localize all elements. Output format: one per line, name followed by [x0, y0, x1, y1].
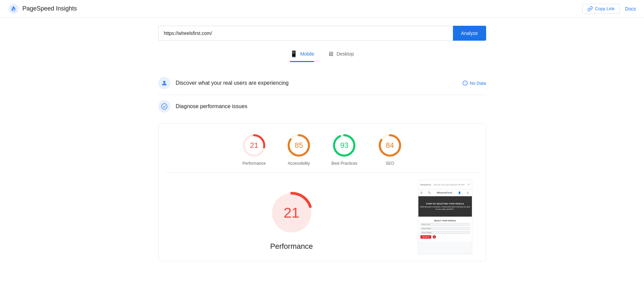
preview-cart-icon: 🛒: [466, 192, 470, 194]
desktop-icon: 🖥: [328, 51, 334, 58]
preview-select-make: Select Make: [420, 227, 470, 230]
preview-search-icon: 🔍: [428, 192, 431, 194]
performance-score-value: 21: [250, 141, 258, 150]
preview-user-icon: 👤: [458, 192, 461, 194]
real-users-icon: [158, 77, 170, 89]
website-preview-container: WheelsFirst Buy Now, Pre-Loves! Starting…: [418, 180, 479, 254]
tabs: 📱 Mobile 🖥 Desktop: [158, 50, 486, 62]
preview-tagline: Buy Now, Pre-Loves! Starting at 0% APR: [432, 184, 466, 186]
large-score-area: 21 Performance WheelsFirst Buy Now, Pre-…: [165, 180, 479, 254]
website-preview: WheelsFirst Buy Now, Pre-Loves! Starting…: [418, 180, 472, 254]
header: PageSpeed Insights Copy Link Docs: [0, 0, 644, 18]
preview-select-year: Select Year: [420, 223, 470, 226]
copy-link-button[interactable]: Copy Link: [582, 4, 620, 14]
real-users-title: Discover what your real users are experi…: [176, 80, 457, 86]
tab-desktop[interactable]: 🖥 Desktop: [328, 50, 354, 62]
best-practices-label: Best Practices: [331, 161, 357, 166]
preview-hero-title: START BY SELECTING YOUR VEHICLE: [420, 202, 471, 205]
logo-area: PageSpeed Insights: [8, 3, 77, 14]
svg-point-5: [465, 84, 465, 84]
copy-link-label: Copy Link: [595, 6, 615, 11]
preview-site-name: WheelsFirst: [420, 184, 431, 186]
preview-hero: START BY SELECTING YOUR VEHICLE All the …: [418, 196, 472, 217]
scores-container: 21 Performance 85 Accessibility: [158, 123, 486, 261]
preview-logo-text: WheelsFirst: [437, 191, 452, 194]
preview-hero-desc: All the best parts in one place. It's th…: [420, 206, 471, 211]
main-content: Analyze 📱 Mobile 🖥 Desktop Discover what…: [153, 18, 492, 269]
score-seo[interactable]: 84 SEO: [378, 133, 402, 166]
seo-score-value: 84: [386, 141, 394, 150]
pagespeed-logo-icon: [8, 3, 19, 14]
tab-mobile-label: Mobile: [300, 51, 314, 57]
performance-circle: 21: [242, 133, 266, 158]
preview-icon-button: ✕: [433, 235, 436, 239]
accessibility-circle: 85: [287, 133, 311, 158]
tab-desktop-label: Desktop: [336, 51, 354, 57]
preview-form-section: SELECT YOUR VEHICLE Select Year Select M…: [418, 217, 472, 241]
seo-circle: 84: [378, 133, 402, 158]
info-icon: [462, 80, 468, 86]
preview-nav: ☰ 🔍 WheelsFirst 👤 🛒: [418, 189, 472, 196]
svg-point-1: [13, 6, 14, 8]
preview-header: WheelsFirst Buy Now, Pre-Loves! Starting…: [418, 180, 472, 189]
diagnose-title: Diagnose performance issues: [176, 103, 486, 109]
no-data-label: No Data: [470, 81, 486, 86]
svg-point-2: [163, 81, 165, 83]
score-accessibility[interactable]: 85 Accessibility: [287, 133, 311, 166]
analyze-button[interactable]: Analyze: [453, 26, 486, 41]
preview-menu-icon: ☰: [420, 192, 422, 194]
logo-title: PageSpeed Insights: [22, 5, 77, 12]
header-actions: Copy Link Docs: [582, 4, 636, 14]
large-score-left: 21 Performance: [165, 180, 418, 254]
performance-label: Performance: [243, 161, 266, 166]
preview-close-icon: ✕: [468, 183, 470, 186]
large-performance-value: 21: [284, 205, 299, 221]
real-users-section: Discover what your real users are experi…: [158, 72, 486, 95]
no-data-status: No Data: [462, 80, 486, 86]
score-performance[interactable]: 21 Performance: [242, 133, 266, 166]
diagnose-icon: [158, 100, 170, 113]
preview-search-button: SEARCH: [420, 235, 432, 239]
large-performance-circle: 21: [268, 189, 315, 237]
preview-select-model: Select Model: [420, 231, 470, 234]
best-practices-circle: 93: [332, 133, 356, 158]
diagnose-section: Diagnose performance issues: [158, 95, 486, 118]
mobile-icon: 📱: [290, 50, 297, 58]
large-performance-label: Performance: [270, 242, 313, 251]
docs-link[interactable]: Docs: [625, 6, 636, 12]
svg-point-6: [161, 104, 167, 109]
best-practices-score-value: 93: [340, 141, 348, 150]
seo-label: SEO: [386, 161, 394, 166]
search-bar: Analyze: [158, 26, 486, 41]
preview-section-title: SELECT YOUR VEHICLE: [420, 220, 470, 222]
scores-row: 21 Performance 85 Accessibility: [165, 133, 479, 173]
link-icon: [587, 6, 593, 12]
accessibility-label: Accessibility: [288, 161, 310, 166]
score-best-practices[interactable]: 93 Best Practices: [331, 133, 357, 166]
url-input[interactable]: [158, 26, 453, 41]
tab-mobile[interactable]: 📱 Mobile: [290, 50, 314, 62]
accessibility-score-value: 85: [295, 141, 303, 150]
